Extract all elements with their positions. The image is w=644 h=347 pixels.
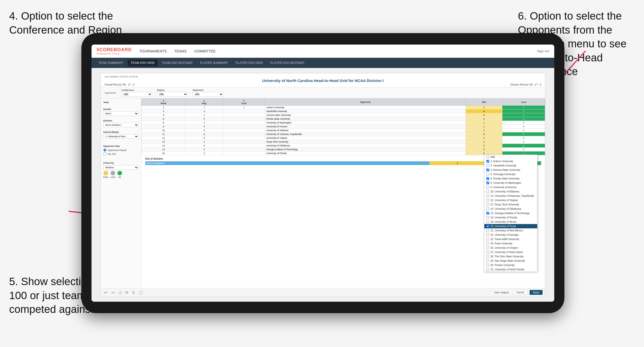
dropdown-checkbox[interactable] [486,199,489,202]
colour-level: Level [110,171,115,178]
dropdown-item[interactable]: 30. Purdue University [484,263,537,267]
nav-signout[interactable]: Sign out [537,49,549,53]
dropdown-checkbox[interactable] [486,242,489,245]
toolbar-undo[interactable]: ↩ [103,290,108,295]
toolbar-refresh[interactable]: ⟳ [124,290,129,295]
subnav-player-summary[interactable]: PLAYER SUMMARY [197,60,231,66]
dropdown-item[interactable]: 2. Auburn University [484,159,537,163]
gender-select[interactable]: Men's [103,111,139,116]
dropdown-checkbox[interactable] [486,160,489,163]
dropdown-item[interactable]: 12. University of Virginia [484,198,537,202]
annotation-1-text: 4. Option to select the Conference and R… [9,10,122,36]
dropdown-item[interactable]: 24. Duke University [484,241,537,246]
subnav-player-h2h-grid[interactable]: PLAYER H2H GRID [233,60,266,66]
nav-teams[interactable]: TEAMS [174,48,187,54]
apply-button[interactable]: Apply [530,290,543,295]
th-opponent: Opponent [265,99,466,106]
dropdown-checkbox[interactable] [486,207,489,210]
subnav-player-h2h-heatmap[interactable]: PLAYER H2H HEATMAP [267,60,307,66]
dropdown-checkbox[interactable] [486,268,489,271]
dropdown-checkbox[interactable] [486,216,489,219]
dropdown-item[interactable]: 29. San Diego State University [484,259,537,263]
dropdown-item[interactable]: 6. Florida State University [484,176,537,181]
panel-records: Overall Record: 89 - 17 - 0 Division Rec… [104,83,541,86]
dropdown-item[interactable]: 27. University of Notre Dame [484,250,537,254]
toolbar-back[interactable]: ◁ [117,290,122,295]
dropdown-item[interactable]: 18. University of Illinois [484,220,537,224]
opponent-dropdown[interactable]: (All) 2. Auburn University 3. Vanderbilt… [484,155,537,272]
cell-reg: 5 [186,129,223,132]
nav-tournaments[interactable]: TOURNAMENTS [139,48,167,54]
dropdown-item[interactable]: 25. University of Oregon [484,246,537,250]
nav-committee[interactable]: COMMITTEE [194,48,216,54]
dropdown-item[interactable]: 23. Texas A&M University [484,237,537,241]
dropdown-checkbox[interactable] [486,195,489,197]
toolbar-redo[interactable]: ↪ [110,290,115,295]
subnav-team-h2h-grid[interactable]: TEAM H2H GRID [128,60,158,66]
dropdown-checkbox[interactable] [486,246,489,249]
cancel-button[interactable]: Cancel [513,290,528,295]
conference-select[interactable]: (All) [122,92,152,97]
dropdown-item[interactable]: 28. The Ohio State University [484,254,537,259]
gender-section: Gender Men's [103,108,139,116]
cell-loss: 0 [502,125,545,129]
dropdown-item[interactable]: 10. University of Alabama [484,189,537,194]
division-select[interactable]: NCAA Division I [103,123,139,127]
dropdown-item[interactable]: 4. Arizona State University [484,168,537,172]
table-row: 12 3 University of Virginia 1 0 [142,136,545,140]
dropdown-item[interactable]: 20. University of Texas [484,224,537,228]
h2h-table: #Rank #Reg #Conf Opponent Win Loss [141,99,545,155]
dropdown-item[interactable]: 9. University of Arizona [484,185,537,189]
dropdown-item[interactable]: 15. Georgia Institute of Technology [484,211,537,215]
subnav-team-summary[interactable]: TEAM SUMMARY [95,60,126,66]
cell-opponent: University of Arkansas, Fayetteville [265,132,466,136]
dropdown-item[interactable]: (All) [484,155,537,159]
dropdown-checkbox[interactable] [486,203,489,206]
toolbar-clock[interactable]: 🕐 [138,290,144,295]
cell-rank: 11 [142,132,186,136]
dropdown-checkbox[interactable] [486,238,489,241]
dropdown-item[interactable]: 31. University of North Florida [484,267,537,272]
dropdown-checkbox[interactable] [486,225,489,228]
dropdown-checkbox[interactable] [486,259,489,262]
dropdown-checkbox[interactable] [486,212,489,215]
dropdown-item[interactable]: 16. University of Florida [484,215,537,220]
dropdown-item[interactable]: 14. University of Oklahoma [484,207,537,211]
dropdown-item[interactable]: 8. University of Washington [484,181,537,185]
dropdown-item[interactable]: 13. Texas Tech University [484,202,537,207]
region-select[interactable]: (All) [157,92,188,97]
cell-rank: 13 [142,140,186,144]
radio-opponents-played[interactable]: Opponents Played [103,148,139,152]
dropdown-checkbox[interactable] [486,233,489,236]
dropdown-checkbox[interactable] [486,156,489,158]
dropdown-item[interactable]: 3. Vanderbilt University [484,163,537,168]
cell-reg: 3 [186,125,223,129]
dropdown-checkbox[interactable] [486,177,489,180]
dropdown-checkbox[interactable] [486,255,489,258]
dropdown-checkbox[interactable] [486,169,489,171]
dropdown-checkbox[interactable] [486,220,489,223]
dropdown-item[interactable]: 5. Gonzaga University [484,172,537,176]
dropdown-checkbox[interactable] [486,173,489,176]
cell-opponent: University of Oklahoma [265,144,466,148]
toolbar-copy[interactable]: ⎘ [131,290,136,295]
dropdown-checkbox[interactable] [486,182,489,184]
dropdown-checkbox[interactable] [486,264,489,267]
dropdown-checkbox[interactable] [486,164,489,167]
cell-opponent: University of Washington [265,121,466,125]
radio-opponents-played-input[interactable] [103,148,107,152]
dropdown-item[interactable]: 22. University of Georgia [484,233,537,237]
subnav-team-h2h-heatmap[interactable]: TEAM H2H HEATMAP [159,60,196,66]
dropdown-item[interactable]: 21. University of New Mexico [484,228,537,233]
radio-top100[interactable]: Top 100 [103,152,139,156]
dropdown-checkbox[interactable] [486,190,489,193]
colour-select[interactable]: Win/loss [103,165,139,170]
dropdown-checkbox[interactable] [486,251,489,254]
dropdown-item[interactable]: 11. University of Arkansas, Fayetteville [484,194,537,198]
panel-header: Last Updated: 4/7/2014 16:55:38 Universi… [101,73,545,87]
opponent-select[interactable]: (All) [193,92,223,97]
dropdown-checkbox[interactable] [486,186,489,189]
dropdown-checkbox[interactable] [486,229,489,232]
radio-top100-input[interactable] [103,152,107,156]
school-select[interactable]: 1. University of Nort... [103,134,139,139]
